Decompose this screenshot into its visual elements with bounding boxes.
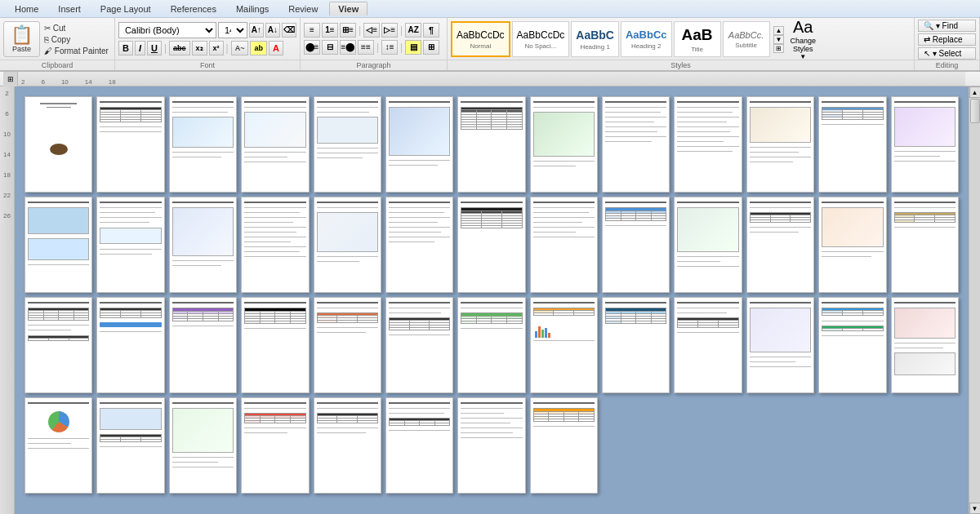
page-thumbnail-7[interactable]: [457, 96, 525, 193]
strikethrough-button[interactable]: abc: [169, 41, 190, 55]
increase-font-button[interactable]: A↑: [249, 23, 264, 38]
page-thumbnail-20[interactable]: [457, 197, 525, 293]
page-thumbnail-29[interactable]: [169, 297, 237, 393]
page-thumbnail-8[interactable]: [530, 96, 598, 193]
clear-format-button[interactable]: ⌫: [282, 23, 296, 38]
page-thumbnail-11[interactable]: [746, 96, 814, 193]
page-thumbnail-30[interactable]: [241, 297, 309, 393]
scroll-thumb[interactable]: [970, 99, 980, 123]
page-thumbnail-3[interactable]: [169, 96, 237, 193]
page-thumbnail-14[interactable]: [24, 197, 92, 293]
page-thumbnail-1[interactable]: [24, 96, 92, 193]
borders-button[interactable]: ⊞: [423, 40, 439, 55]
page-thumbnail-2[interactable]: [96, 96, 164, 193]
page-thumbnail-18[interactable]: [314, 197, 381, 293]
tab-mailings[interactable]: Mailings: [228, 2, 277, 16]
tab-insert[interactable]: Insert: [50, 2, 89, 16]
page-thumbnail-5[interactable]: [314, 96, 381, 193]
page-thumbnail-13[interactable]: [891, 96, 959, 193]
styles-scroll-down[interactable]: ▼: [773, 35, 785, 44]
page-thumbnail-21[interactable]: [530, 197, 598, 293]
tab-review[interactable]: Review: [280, 2, 326, 16]
page-thumbnail-32[interactable]: [385, 297, 453, 393]
page-thumbnail-42[interactable]: [169, 397, 237, 494]
styles-scroll-up[interactable]: ▲: [773, 26, 785, 35]
page-thumbnail-9[interactable]: [602, 96, 670, 193]
page-thumbnail-43[interactable]: [241, 397, 309, 494]
show-paragraph-button[interactable]: ¶: [423, 23, 439, 38]
page-thumbnail-23[interactable]: [674, 197, 742, 293]
replace-button[interactable]: ⇄ Replace: [918, 33, 976, 46]
page-thumbnail-22[interactable]: [602, 197, 670, 293]
highlight-button[interactable]: ab: [250, 41, 267, 55]
page-thumbnail-6[interactable]: [385, 96, 453, 193]
page-thumbnail-19[interactable]: [385, 197, 453, 293]
page-thumbnail-46[interactable]: [457, 397, 525, 494]
find-button[interactable]: 🔍 ▾ Find: [918, 20, 976, 32]
bold-button[interactable]: B: [118, 41, 133, 55]
page-thumbnail-45[interactable]: [385, 397, 453, 494]
font-size-select[interactable]: 14: [218, 22, 247, 38]
font-color-button[interactable]: A: [269, 41, 283, 55]
page-thumbnail-41[interactable]: [96, 397, 164, 494]
page-thumbnail-16[interactable]: [169, 197, 237, 293]
align-right-button[interactable]: ≡⬤: [340, 40, 356, 55]
page-thumbnail-33[interactable]: [457, 297, 525, 393]
align-center-button[interactable]: ⊟: [322, 40, 338, 55]
increase-indent-button[interactable]: ▷≡: [381, 23, 398, 38]
tab-home[interactable]: Home: [7, 2, 47, 16]
page-thumbnail-38[interactable]: [818, 297, 886, 393]
page-thumbnail-34[interactable]: [530, 297, 598, 393]
bullets-button[interactable]: ≡: [304, 23, 320, 38]
tab-page-layout[interactable]: Page Layout: [92, 2, 159, 16]
scroll-down-button[interactable]: ▼: [969, 503, 981, 514]
page-thumbnail-4[interactable]: [241, 96, 309, 193]
line-spacing-button[interactable]: ↕≡: [381, 40, 398, 55]
multilevel-list-button[interactable]: ⊞≡: [340, 23, 356, 38]
page-thumbnail-26[interactable]: [891, 197, 959, 293]
text-effects-button[interactable]: A~: [231, 41, 249, 55]
page-thumbnail-40[interactable]: [24, 397, 92, 494]
page-thumbnail-47[interactable]: [530, 397, 598, 494]
page-thumbnail-31[interactable]: [314, 297, 381, 393]
style-normal[interactable]: AaBbCcDc Normal: [451, 21, 510, 57]
tab-references[interactable]: References: [163, 2, 225, 16]
page-thumbnail-17[interactable]: [241, 197, 309, 293]
ruler-corner[interactable]: ⊞: [3, 72, 18, 86]
page-thumbnail-27[interactable]: [24, 297, 92, 393]
scroll-track[interactable]: [969, 98, 980, 503]
decrease-indent-button[interactable]: ◁≡: [363, 23, 380, 38]
page-thumbnail-36[interactable]: [674, 297, 742, 393]
page-thumbnail-37[interactable]: [746, 297, 814, 393]
page-thumbnail-39[interactable]: [891, 297, 959, 393]
page-thumbnail-25[interactable]: [818, 197, 886, 293]
sort-button[interactable]: AZ: [405, 23, 421, 38]
page-thumbnail-44[interactable]: [314, 397, 381, 494]
page-thumbnail-10[interactable]: [674, 96, 742, 193]
underline-button[interactable]: U: [147, 41, 162, 55]
superscript-button[interactable]: x²: [209, 41, 224, 55]
page-thumbnail-28[interactable]: [96, 297, 164, 393]
tab-view[interactable]: View: [329, 2, 368, 16]
style-subtitle[interactable]: AaBbCc. Subtitle: [723, 21, 770, 57]
shading-button[interactable]: ▤: [405, 40, 421, 55]
align-left-button[interactable]: ⬤≡: [304, 40, 320, 55]
style-heading1[interactable]: AaBbC Heading 1: [571, 21, 619, 57]
decrease-font-button[interactable]: A↓: [265, 23, 280, 38]
style-no-spacing[interactable]: AaBbCcDc No Spaci...: [512, 21, 570, 57]
scroll-up-button[interactable]: ▲: [969, 86, 981, 98]
justify-button[interactable]: ≡≡: [358, 40, 374, 55]
numbering-button[interactable]: 1≡: [322, 23, 338, 38]
format-painter-button[interactable]: 🖌 Format Painter: [42, 46, 111, 56]
font-name-select[interactable]: Calibri (Body): [118, 22, 216, 38]
subscript-button[interactable]: x₂: [192, 41, 207, 55]
page-thumbnail-12[interactable]: [818, 96, 886, 193]
page-thumbnail-24[interactable]: [746, 197, 814, 293]
copy-button[interactable]: ⎘ Copy: [42, 34, 111, 45]
styles-more[interactable]: ⊞: [773, 44, 785, 53]
style-heading2[interactable]: AaBbCc Heading 2: [621, 21, 672, 57]
cut-button[interactable]: ✂ Cut: [42, 23, 111, 33]
page-thumbnail-15[interactable]: [96, 197, 164, 293]
paste-button[interactable]: 📋 Paste: [3, 21, 40, 57]
page-thumbnail-35[interactable]: [602, 297, 670, 393]
